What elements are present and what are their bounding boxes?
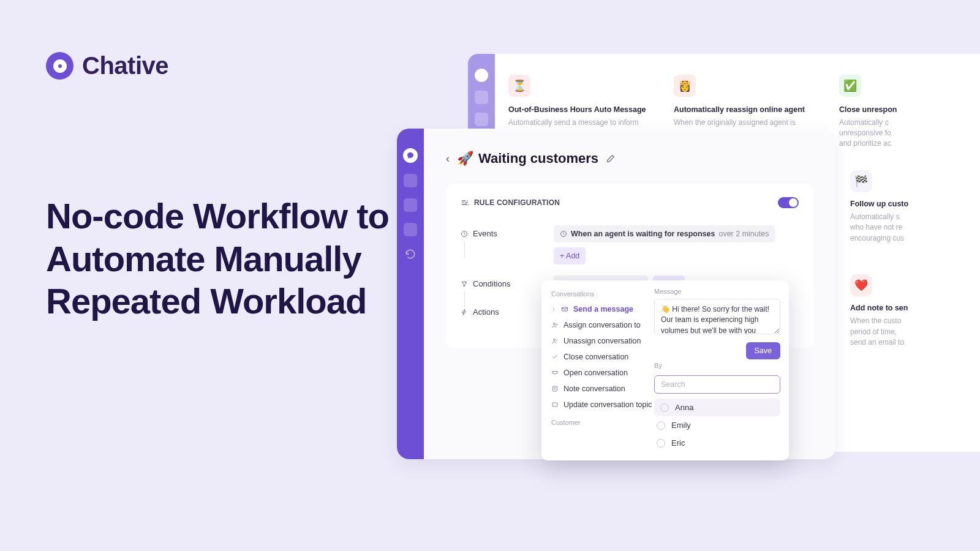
action-item-assign[interactable]: Assign conversation to: [541, 317, 649, 333]
heart-icon: ❤️: [850, 274, 872, 296]
actions-label: Actions: [473, 307, 499, 317]
card-title: Add note to sen: [850, 304, 980, 312]
refresh-icon[interactable]: [404, 247, 417, 261]
inbox-icon: [551, 369, 559, 377]
by-option-label: Anna: [675, 403, 693, 412]
sidebar-item[interactable]: [404, 198, 417, 212]
chat-bubble-icon[interactable]: [403, 148, 418, 163]
page-headline: No-code Workflow to Automate Manually Re…: [46, 195, 401, 323]
edit-icon[interactable]: [606, 154, 616, 163]
rule-config-heading-text: RULE CONFIGURATION: [474, 198, 560, 207]
funnel-icon: [461, 280, 468, 288]
clock-icon: [461, 230, 468, 238]
event-chip-bold: When an agent is waiting for responses: [571, 230, 715, 238]
tag-icon: [551, 401, 559, 408]
action-config-panel: Message Save By Anna Emily Eric: [649, 280, 789, 460]
rule-enabled-toggle[interactable]: [778, 197, 799, 208]
radio-icon: [657, 439, 665, 448]
card-desc: Automatically s who have not re encourag…: [850, 212, 980, 244]
add-event-button[interactable]: + Add: [554, 247, 586, 264]
card-desc: Automatically c unresponsive fo and prio…: [839, 118, 980, 148]
check-icon: [551, 353, 559, 361]
rule-config-heading: RULE CONFIGURATION: [461, 198, 560, 207]
logo-mark-icon: [46, 52, 74, 80]
sidebar-item[interactable]: [404, 223, 417, 236]
back-button[interactable]: ‹: [446, 152, 450, 165]
action-item-label: Send a message: [573, 305, 633, 313]
brand-name: Chative: [82, 52, 168, 80]
action-item-unassign[interactable]: Unassign conversation: [541, 333, 649, 349]
message-textarea[interactable]: [654, 299, 780, 334]
bolt-icon: [461, 309, 468, 316]
checkmark-icon: ✅: [839, 75, 861, 97]
event-chip-muted: over 2 minutes: [718, 230, 769, 238]
by-option-label: Eric: [671, 438, 685, 448]
action-item-open[interactable]: Open conversation: [541, 365, 649, 381]
action-item-update-topic[interactable]: Update conversation topic: [541, 397, 649, 413]
action-item-label: Update conversation topic: [564, 400, 652, 409]
card-desc: When the custo period of time, send an e…: [850, 316, 980, 348]
by-label: By: [654, 362, 780, 369]
svg-point-4: [554, 323, 556, 325]
action-item-label: Close conversation: [564, 353, 628, 361]
action-picker-menu: Conversations Send a message Assign conv…: [541, 280, 649, 460]
message-label: Message: [654, 288, 780, 295]
editor-sidebar: [397, 129, 424, 459]
person-icon: 👸: [674, 75, 696, 97]
action-item-close[interactable]: Close conversation: [541, 349, 649, 365]
workflow-title-text: Waiting customers: [478, 151, 598, 167]
action-item-send-message[interactable]: Send a message: [541, 301, 649, 317]
menu-section-customer: Customer: [541, 416, 649, 430]
sidebar-item[interactable]: [404, 174, 417, 187]
chevron-right-icon: [551, 307, 556, 312]
action-item-label: Unassign conversation: [564, 337, 641, 345]
rocket-icon: 🚀: [457, 151, 473, 167]
mail-icon: [561, 305, 568, 313]
sliders-icon: [461, 198, 469, 207]
action-item-note[interactable]: Note conversation: [541, 381, 649, 397]
radio-icon: [660, 403, 669, 412]
svg-point-5: [554, 339, 556, 341]
note-icon: [551, 385, 559, 392]
conditions-label: Conditions: [473, 279, 510, 288]
editor-header: ‹ 🚀 Waiting customers: [446, 151, 813, 167]
brand-logo: Chative: [46, 52, 168, 80]
action-picker-popover: Conversations Send a message Assign conv…: [541, 280, 789, 460]
hourglass-icon: ⏳: [508, 75, 530, 97]
card-title: Automatically reassign online agent: [674, 105, 829, 114]
by-search-input[interactable]: [654, 375, 780, 394]
action-item-label: Note conversation: [564, 384, 625, 393]
by-option[interactable]: Eric: [654, 434, 780, 452]
action-item-label: Open conversation: [564, 369, 628, 377]
sidebar-item: [475, 91, 488, 104]
radio-icon: [657, 421, 665, 430]
card-title: Close unrespon: [839, 105, 980, 114]
by-option[interactable]: Emily: [654, 416, 780, 434]
flag-icon: 🏁: [850, 170, 872, 192]
card-title: Out-of-Business Hours Auto Message: [508, 105, 664, 114]
by-option[interactable]: Anna: [654, 399, 780, 416]
workflow-title: 🚀 Waiting customers: [457, 151, 598, 167]
user-minus-icon: [551, 337, 559, 345]
action-item-label: Assign conversation to: [564, 321, 641, 329]
user-plus-icon: [551, 321, 559, 329]
events-row: Events When an agent is waiting for resp…: [461, 225, 799, 264]
chat-bubble-icon: [475, 69, 488, 82]
events-label: Events: [473, 229, 497, 238]
menu-section-conversations: Conversations: [541, 288, 649, 301]
card-title: Follow up custo: [850, 200, 980, 208]
svg-rect-6: [553, 386, 557, 391]
clock-icon: [560, 230, 567, 238]
svg-rect-7: [552, 403, 557, 407]
template-card: 🏁 Follow up custo Automatically s who ha…: [850, 170, 980, 244]
background-side-cards: 🏁 Follow up custo Automatically s who ha…: [850, 170, 980, 378]
template-card: ❤️ Add note to sen When the custo period…: [850, 274, 980, 348]
by-option-label: Emily: [671, 421, 691, 430]
save-button[interactable]: Save: [746, 342, 781, 359]
event-chip[interactable]: When an agent is waiting for responses o…: [554, 225, 775, 242]
sidebar-item: [475, 113, 488, 126]
